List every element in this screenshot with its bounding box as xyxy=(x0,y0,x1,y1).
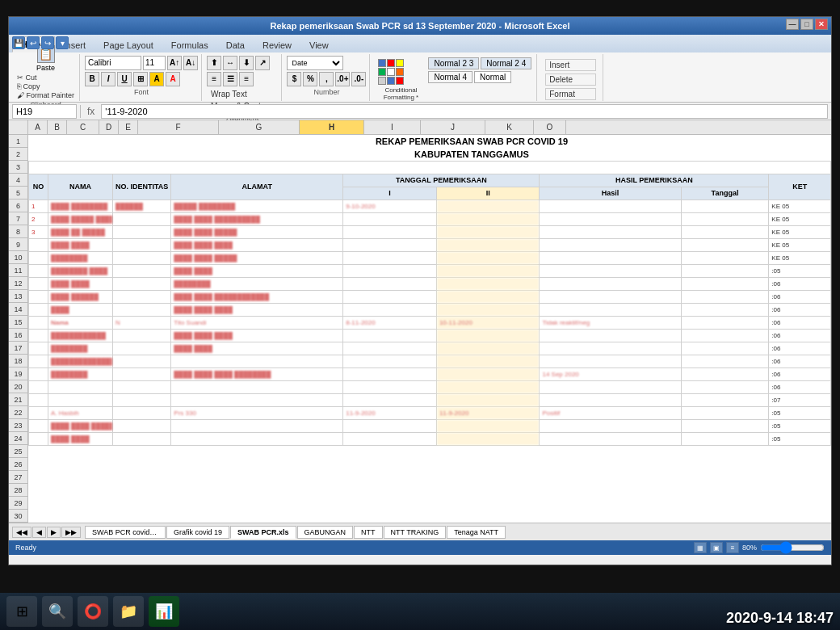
sheet-tab-7[interactable]: Tenaga NATT xyxy=(447,526,506,539)
align-center-button[interactable]: ☰ xyxy=(223,72,237,86)
row-header-28[interactable]: 28 xyxy=(9,484,27,497)
copy-button[interactable]: ⎘ Copy xyxy=(17,82,74,90)
sheet-last-button[interactable]: ▶▶ xyxy=(61,527,81,538)
col-header-h[interactable]: H xyxy=(300,120,364,135)
tab-page-layout[interactable]: Page Layout xyxy=(94,36,162,52)
normal4-style[interactable]: Normal 4 xyxy=(428,71,472,83)
start-button[interactable]: ⊞ xyxy=(6,596,37,627)
more-quick-btn[interactable]: ▾ xyxy=(56,36,69,49)
cell-2-name[interactable]: ████ █████ ████ xyxy=(48,212,113,225)
row-header-29[interactable]: 29 xyxy=(9,497,27,510)
align-left-button[interactable]: ≡ xyxy=(207,72,221,86)
cell-3-date1[interactable] xyxy=(343,225,437,238)
align-middle-button[interactable]: ↔ xyxy=(223,56,237,70)
cell-3-date2[interactable] xyxy=(436,225,540,238)
cell-1-address[interactable]: █████ ████████ xyxy=(171,200,343,212)
orient-button[interactable]: ↗ xyxy=(255,56,270,70)
cell-1-no[interactable]: 1 xyxy=(29,200,48,212)
decrease-decimal-button[interactable]: .0- xyxy=(351,72,366,86)
row-header-23[interactable]: 23 xyxy=(9,419,27,432)
row-header-30[interactable]: 30 xyxy=(9,510,27,523)
row-header-27[interactable]: 27 xyxy=(9,471,27,484)
cell-1-result2[interactable] xyxy=(681,200,769,212)
row-header-12[interactable]: 12 xyxy=(9,277,27,290)
currency-button[interactable]: $ xyxy=(287,72,301,86)
cell-3-id[interactable] xyxy=(113,225,171,238)
col-header-e[interactable]: E xyxy=(119,120,138,135)
sheet-tab-5[interactable]: NTT xyxy=(354,526,383,539)
cell-1-result1[interactable] xyxy=(540,200,681,212)
sheet-tab-2[interactable]: Grafik covid 19 xyxy=(166,526,229,539)
col-header-c[interactable]: C xyxy=(67,120,99,135)
row-header-20[interactable]: 20 xyxy=(9,380,27,393)
font-grow-button[interactable]: A↑ xyxy=(167,56,182,70)
col-header-a[interactable]: A xyxy=(28,120,48,135)
normal-view-btn[interactable]: ▦ xyxy=(694,542,707,553)
row-header-19[interactable]: 19 xyxy=(9,368,27,380)
cell-2-no[interactable]: 2 xyxy=(29,212,48,225)
col-header-k[interactable]: K xyxy=(485,120,534,135)
sheet-tab-1[interactable]: SWAB PCR covid 19 xyxy=(85,526,166,539)
cell-2-id[interactable] xyxy=(113,212,171,225)
maximize-button[interactable]: □ xyxy=(800,19,813,30)
wrap-text-button[interactable]: Wrap Text xyxy=(207,88,251,100)
cell-3-name[interactable]: ████ ██ █████ xyxy=(48,225,113,238)
search-button[interactable]: 🔍 xyxy=(42,596,73,627)
cell-1-id[interactable]: ██████ xyxy=(113,200,171,212)
sheet-tab-6[interactable]: NTT TRAKING xyxy=(384,526,447,539)
row-header-13[interactable]: 13 xyxy=(9,290,27,303)
row-header-2[interactable]: 2 xyxy=(9,148,27,161)
italic-button[interactable]: I xyxy=(101,72,116,86)
row-header-14[interactable]: 14 xyxy=(9,303,27,316)
cut-button[interactable]: ✂ Cut xyxy=(17,74,74,82)
redo-quick-btn[interactable]: ↪ xyxy=(41,36,54,49)
cell-3-result2[interactable] xyxy=(681,225,769,238)
underline-button[interactable]: U xyxy=(117,72,132,86)
minimize-button[interactable]: — xyxy=(786,19,799,30)
font-color-button[interactable]: A xyxy=(166,72,180,86)
col-header-d[interactable]: D xyxy=(99,120,119,135)
cell-1-date1[interactable]: 9-10-2020 xyxy=(343,200,437,212)
border-button[interactable]: ⊞ xyxy=(133,72,148,86)
row-header-7[interactable]: 7 xyxy=(9,212,27,225)
normal24-style[interactable]: Normal 2 4 xyxy=(481,57,531,69)
normal-style[interactable]: Normal xyxy=(474,71,511,83)
row-header-24[interactable]: 24 xyxy=(9,432,27,445)
font-name-input[interactable] xyxy=(85,56,141,70)
col-header-o[interactable]: O xyxy=(534,120,566,135)
cell-2-date2[interactable] xyxy=(436,212,540,225)
name-box-input[interactable] xyxy=(12,104,77,119)
sheet-tab-4[interactable]: GABUNGAN xyxy=(297,526,354,539)
file-explorer-button[interactable]: 📁 xyxy=(113,596,144,627)
formula-input[interactable] xyxy=(101,104,828,119)
row-header-6[interactable]: 6 xyxy=(9,200,27,212)
cell-3-result1[interactable] xyxy=(540,225,681,238)
row-header-26[interactable]: 26 xyxy=(9,458,27,471)
cell-2-result2[interactable] xyxy=(681,212,769,225)
save-quick-btn[interactable]: 💾 xyxy=(12,36,25,49)
col-header-b[interactable]: B xyxy=(48,120,67,135)
normal23-style[interactable]: Normal 2 3 xyxy=(428,57,479,69)
row-header-25[interactable]: 25 xyxy=(9,445,27,458)
font-size-input[interactable] xyxy=(143,56,166,70)
align-top-button[interactable]: ⬆ xyxy=(207,56,221,70)
cell-3-no[interactable]: 3 xyxy=(29,225,48,238)
number-format-select[interactable]: Date xyxy=(287,56,343,70)
page-layout-view-btn[interactable]: ▣ xyxy=(710,542,723,553)
cell-1-name[interactable]: ████ ████████ xyxy=(48,200,113,212)
sheet-tab-3[interactable]: SWAB PCR.xls xyxy=(230,526,296,539)
page-break-view-btn[interactable]: ≡ xyxy=(726,542,739,553)
row-header-18[interactable]: 18 xyxy=(9,355,27,368)
row-header-22[interactable]: 22 xyxy=(9,406,27,419)
cell-1-date2[interactable] xyxy=(436,200,540,212)
tab-view[interactable]: View xyxy=(300,36,338,52)
comma-button[interactable]: , xyxy=(319,72,334,86)
col-header-i[interactable]: I xyxy=(364,120,421,135)
col-header-f[interactable]: F xyxy=(138,120,219,135)
insert-button[interactable]: Insert xyxy=(545,59,596,71)
delete-button[interactable]: Delete xyxy=(545,74,596,86)
tab-formulas[interactable]: Formulas xyxy=(162,36,217,52)
row-header-1[interactable]: 1 xyxy=(9,135,27,148)
percent-button[interactable]: % xyxy=(303,72,317,86)
align-right-button[interactable]: ≡ xyxy=(239,72,254,86)
